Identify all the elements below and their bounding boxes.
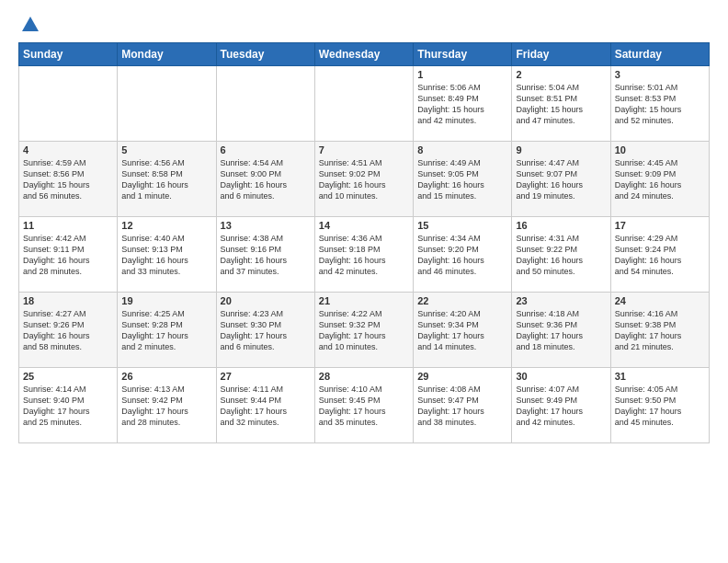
day-info: Sunrise: 4:36 AM Sunset: 9:18 PM Dayligh… — [319, 233, 409, 278]
day-number: 1 — [417, 69, 507, 80]
day-number: 20 — [221, 295, 311, 306]
calendar-cell: 18Sunrise: 4:27 AM Sunset: 9:26 PM Dayli… — [19, 293, 118, 368]
day-number: 22 — [417, 295, 507, 306]
day-info: Sunrise: 4:54 AM Sunset: 9:00 PM Dayligh… — [221, 157, 311, 202]
day-info: Sunrise: 4:08 AM Sunset: 9:47 PM Dayligh… — [417, 384, 507, 429]
day-number: 19 — [121, 295, 211, 306]
day-info: Sunrise: 5:06 AM Sunset: 8:49 PM Dayligh… — [417, 82, 507, 127]
day-info: Sunrise: 4:27 AM Sunset: 9:26 PM Dayligh… — [23, 308, 113, 353]
day-number: 13 — [221, 220, 311, 231]
calendar-cell: 1Sunrise: 5:06 AM Sunset: 8:49 PM Daylig… — [414, 66, 512, 142]
header-day-tuesday: Tuesday — [216, 43, 314, 66]
day-info: Sunrise: 4:13 AM Sunset: 9:42 PM Dayligh… — [121, 384, 211, 429]
day-number: 25 — [23, 371, 113, 382]
day-number: 7 — [319, 144, 409, 155]
day-number: 31 — [615, 371, 705, 382]
day-info: Sunrise: 4:10 AM Sunset: 9:45 PM Dayligh… — [319, 384, 409, 429]
calendar-cell: 27Sunrise: 4:11 AM Sunset: 9:44 PM Dayli… — [216, 368, 314, 443]
day-number: 2 — [516, 69, 606, 80]
calendar-cell: 23Sunrise: 4:18 AM Sunset: 9:36 PM Dayli… — [512, 293, 610, 368]
logo — [18, 15, 40, 35]
day-number: 14 — [319, 220, 409, 231]
calendar-cell — [19, 66, 118, 142]
calendar-cell: 2Sunrise: 5:04 AM Sunset: 8:51 PM Daylig… — [512, 66, 610, 142]
calendar-cell: 30Sunrise: 4:07 AM Sunset: 9:49 PM Dayli… — [512, 368, 610, 443]
calendar-cell: 19Sunrise: 4:25 AM Sunset: 9:28 PM Dayli… — [118, 293, 216, 368]
calendar-cell: 24Sunrise: 4:16 AM Sunset: 9:38 PM Dayli… — [610, 293, 709, 368]
day-info: Sunrise: 4:34 AM Sunset: 9:20 PM Dayligh… — [417, 233, 507, 278]
day-info: Sunrise: 4:56 AM Sunset: 8:58 PM Dayligh… — [121, 157, 211, 202]
calendar-cell — [216, 66, 314, 142]
day-info: Sunrise: 4:05 AM Sunset: 9:50 PM Dayligh… — [615, 384, 705, 429]
calendar-cell: 20Sunrise: 4:23 AM Sunset: 9:30 PM Dayli… — [216, 293, 314, 368]
day-info: Sunrise: 4:16 AM Sunset: 9:38 PM Dayligh… — [615, 308, 705, 353]
day-info: Sunrise: 5:01 AM Sunset: 8:53 PM Dayligh… — [615, 82, 705, 127]
page: SundayMondayTuesdayWednesdayThursdayFrid… — [0, 0, 728, 563]
day-info: Sunrise: 4:38 AM Sunset: 9:16 PM Dayligh… — [221, 233, 311, 278]
logo-icon — [20, 15, 40, 35]
calendar-cell: 4Sunrise: 4:59 AM Sunset: 8:56 PM Daylig… — [19, 142, 118, 217]
calendar-cell: 21Sunrise: 4:22 AM Sunset: 9:32 PM Dayli… — [314, 293, 413, 368]
calendar-cell: 25Sunrise: 4:14 AM Sunset: 9:40 PM Dayli… — [19, 368, 118, 443]
day-number: 17 — [615, 220, 705, 231]
day-info: Sunrise: 4:47 AM Sunset: 9:07 PM Dayligh… — [516, 157, 606, 202]
calendar-cell: 31Sunrise: 4:05 AM Sunset: 9:50 PM Dayli… — [610, 368, 709, 443]
calendar-cell: 9Sunrise: 4:47 AM Sunset: 9:07 PM Daylig… — [512, 142, 610, 217]
day-number: 11 — [23, 220, 113, 231]
calendar-cell: 7Sunrise: 4:51 AM Sunset: 9:02 PM Daylig… — [314, 142, 413, 217]
header-day-friday: Friday — [512, 43, 610, 66]
day-info: Sunrise: 4:20 AM Sunset: 9:34 PM Dayligh… — [417, 308, 507, 353]
day-number: 3 — [615, 69, 705, 80]
day-info: Sunrise: 4:45 AM Sunset: 9:09 PM Dayligh… — [615, 157, 705, 202]
day-number: 18 — [23, 295, 113, 306]
header-day-wednesday: Wednesday — [314, 43, 413, 66]
svg-marker-0 — [22, 17, 39, 31]
week-row-4: 18Sunrise: 4:27 AM Sunset: 9:26 PM Dayli… — [19, 293, 710, 368]
week-row-3: 11Sunrise: 4:42 AM Sunset: 9:11 PM Dayli… — [19, 217, 710, 293]
calendar-cell: 29Sunrise: 4:08 AM Sunset: 9:47 PM Dayli… — [414, 368, 512, 443]
day-number: 26 — [121, 371, 211, 382]
day-number: 28 — [319, 371, 409, 382]
day-info: Sunrise: 4:14 AM Sunset: 9:40 PM Dayligh… — [23, 384, 113, 429]
day-info: Sunrise: 4:22 AM Sunset: 9:32 PM Dayligh… — [319, 308, 409, 353]
day-number: 29 — [417, 371, 507, 382]
calendar-cell: 14Sunrise: 4:36 AM Sunset: 9:18 PM Dayli… — [314, 217, 413, 293]
day-number: 10 — [615, 144, 705, 155]
day-number: 6 — [221, 144, 311, 155]
header-day-thursday: Thursday — [414, 43, 512, 66]
day-info: Sunrise: 4:25 AM Sunset: 9:28 PM Dayligh… — [121, 308, 211, 353]
day-number: 30 — [516, 371, 606, 382]
header-day-saturday: Saturday — [610, 43, 709, 66]
day-number: 21 — [319, 295, 409, 306]
day-number: 16 — [516, 220, 606, 231]
calendar-cell — [118, 66, 216, 142]
day-number: 23 — [516, 295, 606, 306]
day-number: 27 — [221, 371, 311, 382]
calendar-cell: 12Sunrise: 4:40 AM Sunset: 9:13 PM Dayli… — [118, 217, 216, 293]
week-row-1: 1Sunrise: 5:06 AM Sunset: 8:49 PM Daylig… — [19, 66, 710, 142]
day-info: Sunrise: 4:59 AM Sunset: 8:56 PM Dayligh… — [23, 157, 113, 202]
header — [18, 15, 710, 35]
calendar-cell: 15Sunrise: 4:34 AM Sunset: 9:20 PM Dayli… — [414, 217, 512, 293]
calendar-cell — [314, 66, 413, 142]
calendar-header-row: SundayMondayTuesdayWednesdayThursdayFrid… — [19, 43, 710, 66]
day-info: Sunrise: 4:49 AM Sunset: 9:05 PM Dayligh… — [417, 157, 507, 202]
calendar-cell: 3Sunrise: 5:01 AM Sunset: 8:53 PM Daylig… — [610, 66, 709, 142]
day-info: Sunrise: 4:31 AM Sunset: 9:22 PM Dayligh… — [516, 233, 606, 278]
day-number: 8 — [417, 144, 507, 155]
calendar-cell: 5Sunrise: 4:56 AM Sunset: 8:58 PM Daylig… — [118, 142, 216, 217]
day-number: 24 — [615, 295, 705, 306]
day-info: Sunrise: 4:07 AM Sunset: 9:49 PM Dayligh… — [516, 384, 606, 429]
calendar-cell: 6Sunrise: 4:54 AM Sunset: 9:00 PM Daylig… — [216, 142, 314, 217]
day-info: Sunrise: 4:40 AM Sunset: 9:13 PM Dayligh… — [121, 233, 211, 278]
week-row-2: 4Sunrise: 4:59 AM Sunset: 8:56 PM Daylig… — [19, 142, 710, 217]
calendar-cell: 28Sunrise: 4:10 AM Sunset: 9:45 PM Dayli… — [314, 368, 413, 443]
calendar: SundayMondayTuesdayWednesdayThursdayFrid… — [18, 42, 710, 443]
calendar-cell: 22Sunrise: 4:20 AM Sunset: 9:34 PM Dayli… — [414, 293, 512, 368]
day-number: 5 — [121, 144, 211, 155]
calendar-cell: 26Sunrise: 4:13 AM Sunset: 9:42 PM Dayli… — [118, 368, 216, 443]
week-row-5: 25Sunrise: 4:14 AM Sunset: 9:40 PM Dayli… — [19, 368, 710, 443]
day-number: 15 — [417, 220, 507, 231]
header-day-sunday: Sunday — [19, 43, 118, 66]
day-info: Sunrise: 4:29 AM Sunset: 9:24 PM Dayligh… — [615, 233, 705, 278]
